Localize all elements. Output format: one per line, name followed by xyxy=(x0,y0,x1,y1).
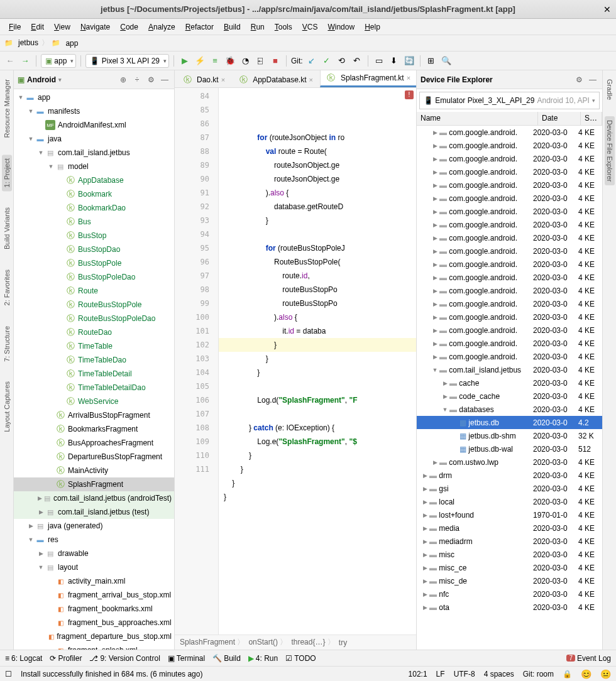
build-tab[interactable]: 🔨 Build xyxy=(212,654,241,663)
tree-row[interactable]: ⓚArrivalBusStopFragment xyxy=(14,408,174,422)
close-icon[interactable]: ✕ xyxy=(603,4,611,14)
left-tab[interactable]: 2: Favorites xyxy=(2,266,12,309)
tree-row[interactable]: ⓚSplashFragment xyxy=(14,477,174,491)
device-file-row[interactable]: ▶▬ media2020-03-04 KE xyxy=(417,521,602,535)
hide-icon[interactable]: — xyxy=(159,75,170,84)
tree-row[interactable]: ⓚBusStop xyxy=(14,229,174,242)
device-file-row[interactable]: ▶▬ com.google.android.2020-03-04 KE xyxy=(417,178,602,192)
device-file-row[interactable]: ▶▬ com.google.android.2020-03-04 KE xyxy=(417,350,602,363)
device-file-row[interactable]: ▶▬ local2020-03-04 KE xyxy=(417,495,602,508)
tree-row[interactable]: ⓚBookmarksFragment xyxy=(14,422,174,436)
device-file-row[interactable]: ▶▬ com.google.android.2020-03-04 KE xyxy=(417,271,602,284)
crumb[interactable]: onStart() xyxy=(248,637,287,648)
tree-row[interactable]: ◧fragment_bookmarks.xml xyxy=(14,602,174,616)
tree-row[interactable]: ▶▤drawable xyxy=(14,547,174,560)
sync-icon[interactable]: 🔄 xyxy=(403,55,415,67)
project-tree[interactable]: ▼▬app▼▬manifestsMFAndroidManifest.xml▼▬j… xyxy=(14,89,174,650)
menu-code[interactable]: Code xyxy=(115,21,143,33)
tree-row[interactable]: ⓚTimeTable xyxy=(14,339,174,353)
device-file-row[interactable]: ▶▬ com.google.android.2020-03-04 KE xyxy=(417,244,602,258)
left-tab[interactable]: Resource Manager xyxy=(2,75,12,142)
menu-refactor[interactable]: Refactor xyxy=(180,21,219,33)
left-tab[interactable]: Layout Captures xyxy=(2,378,12,436)
breadcrumb-item[interactable]: jetbus xyxy=(18,38,49,48)
tree-row[interactable]: ⓚRouteDao xyxy=(14,325,174,339)
tree-row[interactable]: ⓚTimeTableDetailDao xyxy=(14,381,174,395)
device-file-row[interactable]: ▶▬ com.google.android.2020-03-04 KE xyxy=(417,324,602,337)
device-file-row[interactable]: ▶▬ lost+found1970-01-04 KE xyxy=(417,508,602,521)
back-icon[interactable]: ← xyxy=(4,55,16,67)
device-file-row[interactable]: ▶▬ com.google.android.2020-03-04 KE xyxy=(417,218,602,231)
crumb[interactable]: SplashFragment xyxy=(180,637,245,648)
device-file-row[interactable]: ▶▬ com.google.android.2020-03-04 KE xyxy=(417,284,602,297)
device-file-row[interactable]: ▶▬ mediadrm2020-03-04 KE xyxy=(417,535,602,548)
menu-tools[interactable]: Tools xyxy=(270,21,297,33)
tree-row[interactable]: ◧activity_main.xml xyxy=(14,574,174,588)
device-file-row[interactable]: ▶▬ misc_de2020-03-04 KE xyxy=(417,574,602,587)
git-commit-icon[interactable]: ✓ xyxy=(321,55,333,67)
lock-icon[interactable]: 🔒 xyxy=(563,670,572,678)
terminal-tab[interactable]: ▣ Terminal xyxy=(168,654,205,663)
attach-icon[interactable]: ⍇ xyxy=(254,55,267,67)
logcat-tab[interactable]: ≡ 6: Logcat xyxy=(5,654,42,663)
tree-row[interactable]: ⓚBookmarkDao xyxy=(14,201,174,215)
tree-row[interactable]: ⓚRouteBusStopPoleDao xyxy=(14,312,174,325)
device-file-row[interactable]: ▶▬ gsi2020-03-04 KE xyxy=(417,482,602,495)
crumb[interactable]: thread{…} xyxy=(291,637,334,648)
tree-row[interactable]: ⓚTimeTableDetail xyxy=(14,367,174,381)
tree-row[interactable]: ⓚBus xyxy=(14,215,174,229)
stop-icon[interactable]: ■ xyxy=(269,55,282,67)
error-indicator-icon[interactable]: ! xyxy=(405,90,414,99)
face-neutral-icon[interactable]: 😐 xyxy=(600,669,611,679)
menu-view[interactable]: View xyxy=(49,21,75,33)
run-tab[interactable]: ▶ 4: Run xyxy=(248,654,278,663)
tree-row[interactable]: ▼▬manifests xyxy=(14,104,174,118)
debug-icon[interactable]: 🐞 xyxy=(224,55,236,67)
device-file-row[interactable]: ▶▬ com.google.android.2020-03-04 KE xyxy=(417,297,602,310)
run-icon[interactable]: ▶ xyxy=(179,55,191,67)
tree-row[interactable]: ▼▤com.tail_island.jetbus xyxy=(14,146,174,160)
sdk-icon[interactable]: ⬇ xyxy=(388,55,400,67)
encoding[interactable]: UTF-8 xyxy=(454,670,475,678)
device-file-row[interactable]: ▦ jetbus.db-shm2020-03-032 K xyxy=(417,429,602,442)
tree-row[interactable]: ⓚBusStopDao xyxy=(14,242,174,256)
device-file-selector[interactable]: 📱 Emulator Pixel_3_XL_API_29Android 10, … xyxy=(419,92,600,109)
tree-row[interactable]: ◧fragment_bus_approaches.xml xyxy=(14,616,174,629)
tree-row[interactable]: ⓚBusStopPole xyxy=(14,256,174,270)
device-file-row[interactable]: ▦ jetbus.db2020-03-04.2 xyxy=(417,416,602,429)
git-branch[interactable]: Git: room xyxy=(523,670,554,678)
device-file-row[interactable]: ▶▬ com.google.android.2020-03-04 KE xyxy=(417,126,602,139)
right-tab[interactable]: Device File Explorer xyxy=(605,116,615,185)
tree-row[interactable]: ⓚRouteBusStopPole xyxy=(14,298,174,312)
device-file-row[interactable]: ▶▬ com.google.android.2020-03-04 KE xyxy=(417,165,602,178)
tree-row[interactable]: ▶▤com.tail_island.jetbus (test) xyxy=(14,505,174,519)
editor-tab[interactable]: ⓚSplashFragment.kt× xyxy=(320,70,416,87)
code-area[interactable]: ! for (routeJsonObject in ro val route =… xyxy=(219,88,416,635)
menu-file[interactable]: File xyxy=(4,21,26,33)
device-file-row[interactable]: ▼▬ com.tail_island.jetbus2020-03-04 KE xyxy=(417,363,602,376)
tree-row[interactable]: ▼▤model xyxy=(14,160,174,173)
col-name[interactable]: Name xyxy=(417,112,538,125)
editor-tab[interactable]: ⓚDao.kt× xyxy=(176,71,232,87)
tree-row[interactable]: ⓚBusStopPoleDao xyxy=(14,270,174,284)
editor-tab[interactable]: ⓚAppDatabase.kt× xyxy=(232,71,320,87)
gear-icon[interactable]: ⚙ xyxy=(145,75,157,84)
crumb[interactable]: try xyxy=(339,638,347,647)
device-file-row[interactable]: ▶▬ com.google.android.2020-03-04 KE xyxy=(417,337,602,350)
target-icon[interactable]: ⊕ xyxy=(118,75,129,84)
left-tab[interactable]: Build Variants xyxy=(2,204,12,253)
vcs-tab[interactable]: ⎇ 9: Version Control xyxy=(89,654,160,663)
menu-help[interactable]: Help xyxy=(360,21,385,33)
device-file-row[interactable]: ▶▬ drm2020-03-04 KE xyxy=(417,469,602,482)
device-file-row[interactable]: ▶▬ cache2020-03-04 KE xyxy=(417,376,602,390)
device-file-row[interactable]: ▶▬ com.google.android.2020-03-04 KE xyxy=(417,152,602,165)
device-file-row[interactable]: ▶▬ com.ustwo.lwp2020-03-04 KE xyxy=(417,455,602,469)
tree-row[interactable]: ▼▬java xyxy=(14,132,174,146)
avd-icon[interactable]: ▭ xyxy=(373,55,385,67)
indent[interactable]: 4 spaces xyxy=(484,670,514,678)
device-file-row[interactable]: ▦ jetbus.db-wal2020-03-0512 xyxy=(417,442,602,455)
tree-row[interactable]: MFAndroidManifest.xml xyxy=(14,118,174,132)
editor[interactable]: 8485868788899091929394959697989910010110… xyxy=(175,88,416,635)
col-date[interactable]: Date xyxy=(538,112,581,125)
collapse-icon[interactable]: ÷ xyxy=(131,75,143,84)
